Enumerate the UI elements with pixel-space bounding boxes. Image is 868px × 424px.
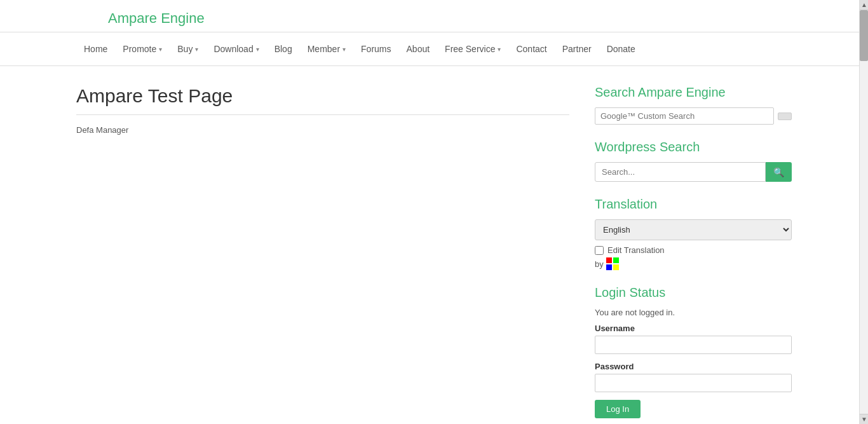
nav-item-buy[interactable]: Buy▾ xyxy=(170,32,206,65)
login-status-title: Login Status xyxy=(595,285,792,300)
nav-item-free-service[interactable]: Free Service▾ xyxy=(437,32,508,65)
main-content: Ampare Test Page Defa Manager xyxy=(76,85,569,424)
caret-icon: ▾ xyxy=(195,46,198,53)
nav-item-donate[interactable]: Donate xyxy=(599,32,643,65)
username-label: Username xyxy=(595,324,792,333)
main-nav: HomePromote▾Buy▾Download▾BlogMember▾Foru… xyxy=(0,32,868,66)
google-search-button[interactable] xyxy=(778,113,792,120)
edit-translation-row: Edit Translation xyxy=(595,245,792,255)
google-search-row xyxy=(595,107,792,125)
scrollbar[interactable]: ▲ ▼ xyxy=(859,0,868,424)
svg-rect-2 xyxy=(606,264,612,270)
caret-icon: ▾ xyxy=(342,46,346,53)
svg-rect-3 xyxy=(613,264,619,270)
edit-translation-checkbox[interactable] xyxy=(595,246,604,255)
google-search-input[interactable] xyxy=(595,107,774,125)
nav-item-partner[interactable]: Partner xyxy=(555,32,599,65)
search-ampare-section: Search Ampare Engine xyxy=(595,85,792,125)
nav-item-blog[interactable]: Blog xyxy=(267,32,300,65)
wordpress-search-section: Wordpress Search 🔍 xyxy=(595,140,792,182)
scroll-up-arrow[interactable]: ▲ xyxy=(860,0,868,10)
caret-icon: ▾ xyxy=(498,46,501,53)
password-input[interactable] xyxy=(595,374,792,392)
wordpress-search-title: Wordpress Search xyxy=(595,140,792,154)
page-title: Ampare Test Page xyxy=(76,85,569,107)
site-title[interactable]: Ampare Engine xyxy=(108,10,205,26)
password-label: Password xyxy=(595,362,792,371)
caret-icon: ▾ xyxy=(256,46,259,53)
wp-search-row: 🔍 xyxy=(595,162,792,182)
username-input[interactable] xyxy=(595,336,792,354)
wp-search-input[interactable] xyxy=(595,162,766,182)
caret-icon: ▾ xyxy=(159,46,162,53)
nav-item-download[interactable]: Download▾ xyxy=(206,32,266,65)
translation-title: Translation xyxy=(595,197,792,212)
scrollbar-thumb[interactable] xyxy=(860,10,868,61)
login-status-text: You are not logged in. xyxy=(595,308,792,317)
content-text: Defa Manager xyxy=(76,125,569,135)
svg-rect-1 xyxy=(613,257,619,263)
nav-item-about[interactable]: About xyxy=(399,32,438,65)
title-divider xyxy=(76,114,569,115)
nav-item-promote[interactable]: Promote▾ xyxy=(115,32,170,65)
login-button[interactable]: Log In xyxy=(595,400,641,418)
nav-item-contact[interactable]: Contact xyxy=(508,32,554,65)
search-ampare-title: Search Ampare Engine xyxy=(595,85,792,100)
login-status-section: Login Status You are not logged in. User… xyxy=(595,285,792,418)
nav-item-member[interactable]: Member▾ xyxy=(300,32,353,65)
translation-brand-icon xyxy=(606,257,619,270)
by-label: by xyxy=(595,259,604,269)
by-row: by xyxy=(595,257,792,270)
nav-item-home[interactable]: Home xyxy=(76,32,115,65)
wp-search-button[interactable]: 🔍 xyxy=(766,162,792,182)
nav-item-forums[interactable]: Forums xyxy=(353,32,398,65)
sidebar: Search Ampare Engine Wordpress Search 🔍 … xyxy=(595,85,792,424)
translation-section: Translation EnglishFrenchSpanishGermanCh… xyxy=(595,197,792,270)
svg-rect-0 xyxy=(606,257,612,263)
scroll-down-arrow[interactable]: ▼ xyxy=(860,414,868,424)
language-select[interactable]: EnglishFrenchSpanishGermanChineseJapanes… xyxy=(595,219,792,240)
edit-translation-label: Edit Translation xyxy=(607,245,665,255)
